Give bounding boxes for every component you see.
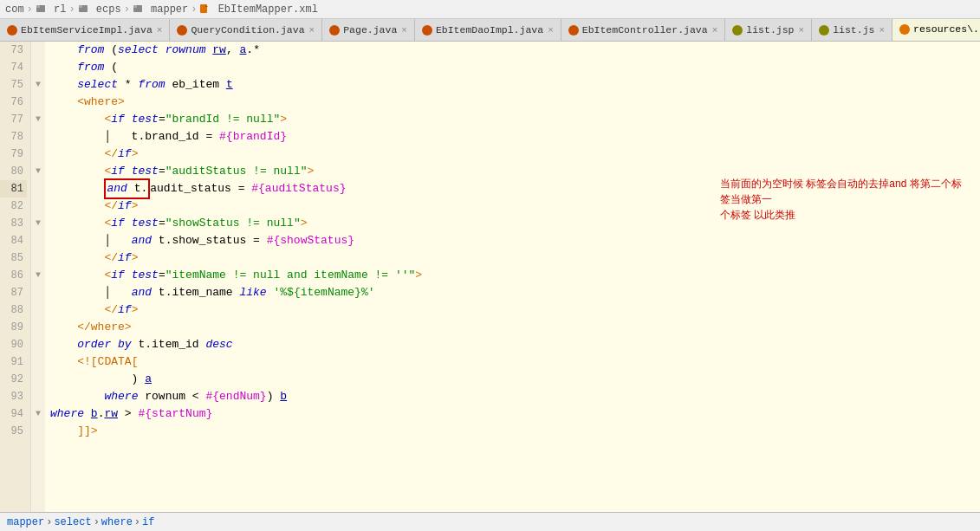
code-line-85: </if>	[45, 249, 980, 267]
line-num-86: 86	[0, 267, 27, 284]
fold-79[interactable]	[31, 146, 45, 163]
fold-92[interactable]	[31, 371, 45, 388]
line-num-88: 88	[0, 301, 27, 319]
line-num-95: 95	[0, 423, 27, 440]
tab-close[interactable]: ×	[799, 25, 805, 36]
fold-86[interactable]: ▼	[31, 267, 45, 284]
tab-querycondition[interactable]: QueryCondition.java ×	[170, 19, 322, 42]
code-line-90: order by t.item_id desc	[45, 336, 980, 353]
statusbar-path-if: if	[142, 516, 154, 528]
tab-close[interactable]: ×	[879, 25, 885, 36]
fold-95[interactable]	[31, 423, 45, 440]
fold-75[interactable]: ▼	[31, 76, 45, 94]
fold-77[interactable]: ▼	[31, 111, 45, 128]
jsp-icon	[732, 25, 743, 36]
code-line-73: from (select rownum rw, a.*	[45, 42, 980, 59]
breadcrumb: com › rl › ecps › mapper › EbItemMapper.…	[0, 0, 980, 19]
fold-81[interactable]	[31, 180, 45, 198]
tab-label: EbItemServiceImpl.java	[21, 24, 153, 36]
code-content[interactable]: from (select rownum rw, a.* from ( selec…	[45, 42, 980, 512]
line-num-83: 83	[0, 215, 27, 232]
fold-89[interactable]	[31, 319, 45, 336]
statusbar-path-select: select	[54, 516, 91, 528]
code-line-76: <where>	[45, 94, 980, 111]
code-line-79: </if>	[45, 146, 980, 163]
tab-listjs[interactable]: list.js ×	[812, 19, 892, 42]
line-num-85: 85	[0, 249, 27, 267]
tab-label: Page.java	[343, 24, 397, 36]
fold-94[interactable]: ▼	[31, 405, 45, 423]
code-line-77: <if test="brandId != null">	[45, 111, 980, 128]
annotation-line2: 个标签 以此类推	[720, 209, 795, 221]
code-line-84: │ and t.show_status = #{showStatus}	[45, 232, 980, 249]
java-icon	[329, 25, 340, 36]
line-num-93: 93	[0, 388, 27, 405]
fold-gutter: ▼ ▼ ▼ ▼ ▼ ▼	[31, 42, 45, 512]
fold-87[interactable]	[31, 284, 45, 301]
line-num-90: 90	[0, 336, 27, 353]
java-icon	[7, 25, 17, 36]
code-area: 73 74 75 76 77 78 79 80 81 82 83 84 85 8…	[0, 42, 980, 512]
svg-rect-3	[79, 5, 82, 8]
line-num-79: 79	[0, 146, 27, 163]
line-num-91: 91	[0, 353, 27, 371]
fold-85[interactable]	[31, 249, 45, 267]
java-icon	[177, 25, 187, 36]
tab-close[interactable]: ×	[309, 25, 315, 36]
tab-label: QueryCondition.java	[191, 24, 304, 36]
statusbar-path-where: where	[101, 516, 133, 528]
fold-90[interactable]	[31, 336, 45, 353]
code-line-89: </where>	[45, 319, 980, 336]
fold-83[interactable]: ▼	[31, 215, 45, 232]
code-line-74: from (	[45, 59, 980, 76]
tab-ebitemserviceimpl[interactable]: EbItemServiceImpl.java ×	[0, 19, 170, 42]
tab-label: EbItemController.java	[582, 24, 708, 36]
code-line-95: ]]>	[45, 423, 980, 440]
svg-rect-5	[133, 5, 137, 8]
breadcrumb-rl: rl	[36, 3, 67, 16]
code-line-93: where rownum < #{endNum}) b	[45, 388, 980, 405]
line-num-87: 87	[0, 284, 27, 301]
annotation-line1: 当前面的为空时候 标签会自动的去掉and 将第二个标签当做第一	[720, 178, 962, 205]
tab-ebitemcontroller[interactable]: EbItemController.java ×	[561, 19, 726, 42]
svg-rect-1	[36, 5, 40, 8]
breadcrumb-file: EbItemMapper.xml	[199, 3, 317, 16]
tab-close[interactable]: ×	[548, 25, 554, 36]
js-icon	[819, 25, 829, 36]
fold-73[interactable]	[31, 42, 45, 59]
breadcrumb-com: com	[5, 3, 24, 16]
tab-bar: EbItemServiceImpl.java × QueryCondition.…	[0, 19, 980, 42]
code-line-94: where b.rw > #{startNum}	[45, 405, 980, 423]
line-num-84: 84	[0, 232, 27, 249]
code-line-78: │ t.brand_id = #{brandId}	[45, 128, 980, 146]
fold-74[interactable]	[31, 59, 45, 76]
fold-88[interactable]	[31, 301, 45, 319]
fold-78[interactable]	[31, 128, 45, 146]
line-num-75: 75	[0, 76, 27, 94]
fold-84[interactable]	[31, 232, 45, 249]
breadcrumb-mapper: mapper	[133, 3, 188, 16]
fold-80[interactable]: ▼	[31, 163, 45, 180]
fold-91[interactable]	[31, 353, 45, 371]
line-num-81: 81	[0, 180, 27, 198]
status-bar: mapper › select › where › if	[0, 512, 980, 531]
tab-ebitmapper[interactable]: resources\...\EbItemMapp... ×	[892, 19, 980, 42]
tab-label: list.jsp	[746, 24, 794, 36]
java-icon	[568, 25, 579, 36]
line-num-77: 77	[0, 111, 27, 128]
tab-page[interactable]: Page.java ×	[322, 19, 415, 42]
tab-label: EbItemDaoImpl.java	[436, 24, 543, 36]
tab-label: list.js	[833, 24, 874, 36]
tab-close[interactable]: ×	[157, 25, 163, 36]
fold-82[interactable]	[31, 198, 45, 215]
annotation-text: 当前面的为空时候 标签会自动的去掉and 将第二个标签当做第一 个标签 以此类推	[720, 176, 963, 223]
tab-close[interactable]: ×	[401, 25, 407, 36]
tab-ebitemdaoimpl[interactable]: EbItemDaoImpl.java ×	[415, 19, 561, 42]
fold-93[interactable]	[31, 388, 45, 405]
code-line-91: <![CDATA[	[45, 353, 980, 371]
tab-listjsp[interactable]: list.jsp ×	[725, 19, 812, 42]
line-num-80: 80	[0, 163, 27, 180]
fold-76[interactable]	[31, 94, 45, 111]
line-numbers: 73 74 75 76 77 78 79 80 81 82 83 84 85 8…	[0, 42, 31, 512]
tab-close[interactable]: ×	[712, 25, 718, 36]
